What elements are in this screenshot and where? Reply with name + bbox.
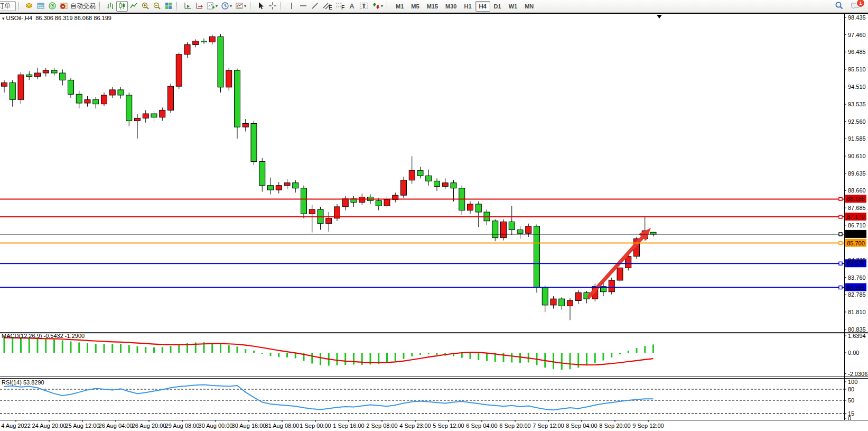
equidistant-channel-button[interactable]: E	[321, 1, 333, 12]
svg-text:30 Aug 16:00: 30 Aug 16:00	[232, 423, 266, 429]
svg-text:8 Sep 04:00: 8 Sep 04:00	[566, 423, 597, 429]
chat-button[interactable]: 1	[850, 1, 862, 12]
svg-text:80: 80	[848, 386, 854, 392]
svg-text:1 Sep 16:00: 1 Sep 16:00	[333, 423, 364, 429]
notification-badge: 1	[856, 0, 865, 7]
svg-text:83.760: 83.760	[848, 274, 866, 281]
auto-scroll-icon	[183, 2, 192, 11]
auto-scroll-button[interactable]	[182, 1, 193, 12]
orders-button[interactable]: 订单	[0, 1, 16, 11]
tf-m15-button[interactable]: M15	[423, 1, 442, 12]
tile-windows-button[interactable]	[163, 1, 174, 12]
svg-text:24 Aug 20:00: 24 Aug 20:00	[32, 423, 67, 429]
svg-text:81.810: 81.810	[848, 309, 866, 315]
tf-m1-button[interactable]: M1	[392, 1, 407, 12]
chart-window-icon	[36, 2, 45, 11]
chevron-down-icon: ▾	[381, 4, 383, 8]
cursor-button[interactable]	[255, 1, 267, 12]
svg-text:0: 0	[848, 415, 851, 421]
template-icon	[235, 2, 244, 11]
zoom-in-button[interactable]	[139, 1, 151, 12]
svg-text:T: T	[362, 2, 366, 8]
cursor-icon	[257, 2, 265, 11]
search-button[interactable]	[833, 1, 845, 12]
svg-text:83.195: 83.195	[847, 285, 865, 291]
tf-h4-button[interactable]: H4	[475, 1, 490, 12]
svg-text:50: 50	[848, 397, 854, 404]
svg-text:8 Sep 20:00: 8 Sep 20:00	[599, 423, 630, 429]
ohlc-quote-label: 86.306 86.319 86.068 86.199	[35, 15, 111, 21]
svg-text:-2.0306: -2.0306	[848, 371, 867, 377]
candlestick-icon	[118, 2, 126, 11]
svg-text:97.460: 97.460	[848, 32, 866, 38]
trendline-button[interactable]	[309, 1, 321, 12]
svg-text:96.485: 96.485	[848, 49, 866, 55]
tile-windows-icon	[164, 2, 173, 11]
chevron-down-icon: ▾	[216, 4, 218, 8]
chart-window-button[interactable]	[35, 1, 46, 12]
crosshair-icon	[268, 2, 277, 11]
indicators-button[interactable]: ▾	[205, 1, 219, 12]
line-chart-button[interactable]	[128, 1, 139, 12]
svg-text:80.835: 80.835	[848, 326, 866, 333]
svg-text:93.535: 93.535	[848, 101, 866, 107]
svg-text:82.785: 82.785	[848, 291, 866, 298]
zoom-out-icon	[153, 2, 161, 11]
vertical-line-icon	[288, 2, 295, 11]
crosshair-button[interactable]	[267, 1, 278, 12]
chart-title: ▾USOil-,H4 86.306 86.319 86.068 86.199	[2, 15, 111, 21]
tf-m5-button[interactable]: M5	[407, 1, 423, 12]
signals-button[interactable]	[46, 1, 58, 12]
tf-mn-button[interactable]: MN	[521, 1, 537, 12]
tf-h1-button[interactable]: H1	[460, 1, 475, 12]
svg-text:92.560: 92.560	[848, 118, 866, 125]
svg-text:2 Sep 08:00: 2 Sep 08:00	[366, 423, 397, 429]
svg-text:30 Aug 00:00: 30 Aug 00:00	[199, 423, 233, 429]
text-button[interactable]: A	[346, 1, 358, 12]
svg-text:29 Aug 08:00: 29 Aug 08:00	[165, 423, 200, 429]
new-order-icon	[25, 2, 33, 11]
channel-icon: E	[322, 2, 332, 11]
svg-text:88.660: 88.660	[848, 187, 866, 194]
macd-indicator-label: MACD(12,26,9) -0.5432 -1.2900	[2, 333, 85, 339]
vertical-line-button[interactable]	[286, 1, 297, 12]
fibonacci-button[interactable]: F	[333, 1, 346, 12]
trendline-icon	[311, 2, 319, 11]
zoom-out-button[interactable]	[151, 1, 163, 12]
svg-text:86.710: 86.710	[848, 222, 866, 228]
horizontal-line-icon	[299, 2, 307, 11]
autotrade-button[interactable]: 自动交易	[58, 1, 97, 12]
svg-text:6 Sep 20:00: 6 Sep 20:00	[499, 423, 530, 429]
chevron-down-icon: ▾	[244, 4, 246, 8]
templates-button[interactable]: ▾	[234, 1, 248, 12]
periods-button[interactable]: ▾	[219, 1, 234, 12]
tf-m30-button[interactable]: M30	[442, 1, 460, 12]
svg-text:26 Aug 04:00: 26 Aug 04:00	[99, 423, 133, 429]
line-chart-icon	[129, 2, 138, 11]
candle-chart-button[interactable]	[116, 1, 128, 12]
text-label-button[interactable]: T	[358, 1, 370, 12]
tf-d1-button[interactable]: D1	[490, 1, 505, 12]
chart-shift-button[interactable]	[193, 1, 205, 12]
arrows-icon	[372, 2, 380, 11]
svg-text:87.179: 87.179	[847, 214, 865, 220]
text-icon: A	[349, 2, 354, 10]
svg-text:1.6394: 1.6394	[848, 333, 866, 339]
arrows-button[interactable]: ▾	[370, 1, 385, 12]
bar-chart-button[interactable]	[105, 1, 116, 12]
horizontal-line-button[interactable]	[297, 1, 309, 12]
search-icon	[835, 1, 844, 11]
one-click-trading-arrow-icon[interactable]: ▾	[2, 16, 5, 21]
svg-text:95.510: 95.510	[848, 66, 866, 72]
bar-chart-icon	[106, 2, 115, 11]
svg-text:4 Aug 2022: 4 Aug 2022	[1, 423, 31, 429]
text-label-icon: T	[359, 2, 369, 11]
tf-w1-button[interactable]: W1	[505, 1, 521, 12]
svg-text:1 Sep 00:00: 1 Sep 00:00	[300, 423, 331, 429]
new-order-button[interactable]	[23, 1, 35, 12]
toolbar-grip	[250, 2, 254, 11]
fibonacci-icon: F	[335, 2, 344, 11]
chevron-down-icon: ▾	[230, 4, 232, 8]
chart-canvas[interactable]: 88.18587.17986.19985.70084.54683.1951.63…	[0, 0, 868, 431]
svg-text:100: 100	[848, 379, 857, 385]
